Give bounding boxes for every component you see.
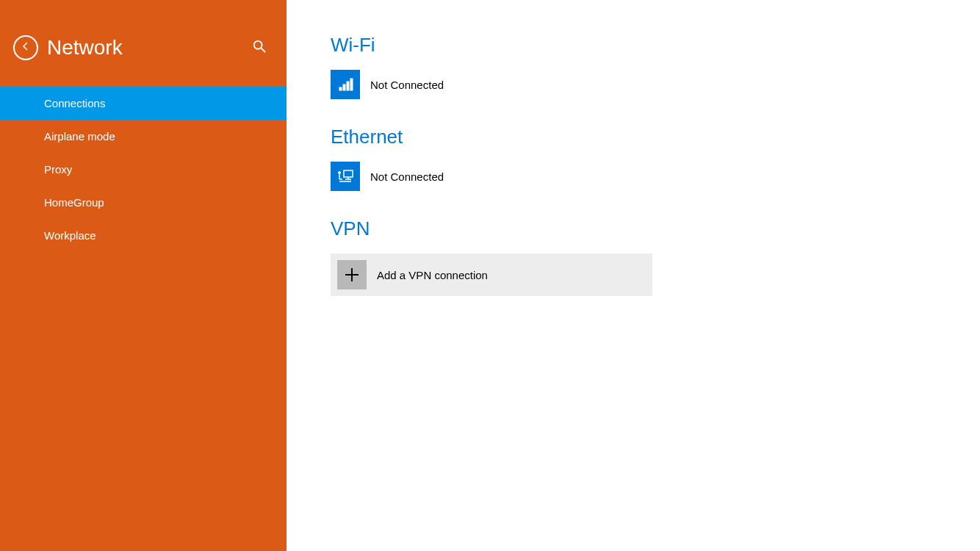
wifi-signal-icon — [331, 70, 360, 99]
svg-point-0 — [254, 41, 262, 49]
sidebar-item-workplace[interactable]: Workplace — [0, 219, 287, 252]
vpn-heading: VPN — [331, 217, 936, 240]
sidebar-item-label: Connections — [44, 97, 105, 109]
svg-point-9 — [339, 172, 341, 174]
svg-rect-6 — [344, 170, 353, 177]
svg-rect-3 — [343, 84, 345, 90]
add-vpn-label: Add a VPN connection — [377, 269, 488, 281]
ethernet-connection-row[interactable]: Not Connected — [331, 162, 652, 191]
sidebar-item-label: Workplace — [44, 229, 96, 242]
wifi-status-label: Not Connected — [370, 79, 444, 91]
sidebar: Network Connections Airplane mode Proxy … — [0, 0, 287, 551]
sidebar-item-connections[interactable]: Connections — [0, 87, 287, 120]
sidebar-item-airplane-mode[interactable]: Airplane mode — [0, 120, 287, 153]
sidebar-menu: Connections Airplane mode Proxy HomeGrou… — [0, 87, 287, 252]
add-vpn-button[interactable]: Add a VPN connection — [331, 253, 652, 296]
page-title: Network — [47, 36, 250, 60]
svg-rect-2 — [339, 87, 342, 90]
svg-rect-5 — [350, 79, 353, 90]
main-content: Wi-Fi Not Connected Ethernet Not — [287, 0, 980, 551]
sidebar-item-homegroup[interactable]: HomeGroup — [0, 186, 287, 219]
wifi-heading: Wi-Fi — [331, 34, 936, 57]
search-icon — [253, 40, 266, 56]
back-arrow-icon — [20, 40, 32, 55]
ethernet-status-label: Not Connected — [370, 170, 444, 183]
sidebar-item-proxy[interactable]: Proxy — [0, 153, 287, 186]
ethernet-icon — [331, 162, 360, 191]
search-button[interactable] — [250, 37, 269, 59]
sidebar-item-label: Airplane mode — [44, 130, 115, 143]
wifi-connection-row[interactable]: Not Connected — [331, 70, 652, 99]
back-button[interactable] — [13, 35, 38, 60]
svg-line-1 — [262, 48, 265, 52]
sidebar-item-label: Proxy — [44, 163, 72, 176]
svg-rect-4 — [347, 82, 349, 90]
sidebar-header: Network — [0, 0, 287, 87]
plus-icon — [337, 260, 367, 289]
ethernet-heading: Ethernet — [331, 126, 936, 148]
sidebar-item-label: HomeGroup — [44, 196, 104, 209]
